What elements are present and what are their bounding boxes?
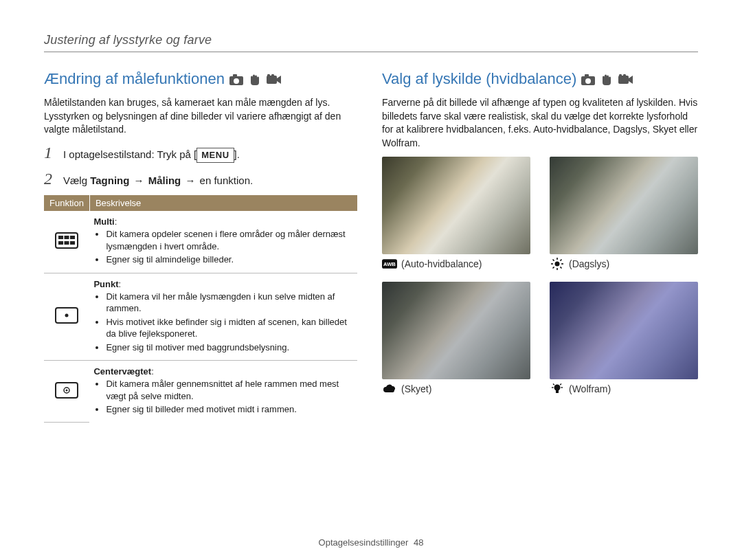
left-intro: Måletilstanden kan bruges, så kameraet k… bbox=[44, 96, 357, 137]
step-2: 2 Vælg Tagning → Måling → en funktion. bbox=[44, 170, 357, 188]
left-title: Ændring af målefunktionen bbox=[44, 70, 225, 88]
step-number: 1 bbox=[44, 144, 56, 162]
step2-tail: en funktion. bbox=[196, 175, 253, 186]
bullet: Dit kamera måler gennemsnittet af hele r… bbox=[106, 378, 353, 402]
content-columns: Ændring af målefunktionen Måletilstanden… bbox=[44, 70, 698, 423]
wb-auto: AWB (Auto-hvidbalance) bbox=[382, 157, 530, 269]
svg-rect-19 bbox=[585, 74, 589, 77]
wb-photo bbox=[382, 157, 530, 254]
bullet: Egner sig til billeder med motivet midt … bbox=[106, 403, 353, 416]
right-heading-row: Valg af lyskilde (hvidbalance) bbox=[382, 70, 698, 92]
bullet: Hvis motivet ikke befinder sig i midten … bbox=[106, 316, 353, 340]
bullet: Dit kamera opdeler scenen i flere område… bbox=[106, 228, 353, 252]
right-title: Valg af lyskilde (hvidbalance) bbox=[382, 70, 576, 88]
whitebalance-grid: AWB (Auto-hvidbalance) (Dagslys) bbox=[382, 157, 698, 394]
wb-cloudy: (Skyet) bbox=[382, 282, 530, 394]
svg-line-32 bbox=[560, 267, 561, 269]
step2-prefix: Vælg bbox=[63, 175, 90, 186]
arrow-icon: → bbox=[134, 175, 144, 186]
hand-icon bbox=[248, 74, 262, 89]
svg-point-35 bbox=[554, 385, 561, 391]
table-row: Centervægtet: Dit kamera måler gennemsni… bbox=[44, 361, 357, 423]
table-row: Multi: Dit kamera opdeler scenen i flere… bbox=[44, 211, 357, 273]
left-column: Ændring af målefunktionen Måletilstanden… bbox=[44, 70, 357, 423]
svg-point-22 bbox=[619, 74, 622, 77]
page-number: 48 bbox=[414, 537, 423, 548]
svg-rect-9 bbox=[70, 236, 75, 239]
wb-label: (Skyet) bbox=[401, 383, 431, 394]
row-title: Multi bbox=[93, 216, 114, 227]
left-heading-row: Ændring af målefunktionen bbox=[44, 70, 357, 92]
svg-text:AWB: AWB bbox=[383, 262, 396, 268]
hand-icon bbox=[600, 74, 614, 89]
svg-point-4 bbox=[267, 74, 270, 77]
bullet: Dit kamera vil her måle lysmængden i kun… bbox=[106, 291, 353, 315]
step-text: Vælg Tagning → Måling → en funktion. bbox=[63, 173, 253, 188]
wb-tungsten: (Wolfram) bbox=[550, 282, 698, 394]
wb-photo bbox=[550, 282, 698, 379]
svg-line-31 bbox=[553, 260, 554, 261]
step1-prefix: I optagelsestilstand: Tryk på [ bbox=[63, 148, 196, 160]
steps-list: 1 I optagelsestilstand: Tryk på [MENU]. … bbox=[44, 144, 357, 188]
video-icon bbox=[618, 74, 634, 89]
step2-bold2: Måling bbox=[148, 175, 181, 186]
arrow-icon: → bbox=[185, 175, 195, 186]
svg-line-34 bbox=[560, 260, 561, 261]
bulb-icon bbox=[550, 383, 565, 394]
spot-metering-icon bbox=[44, 273, 89, 361]
step-text: I optagelsestilstand: Tryk på [MENU]. bbox=[63, 147, 240, 163]
row-title: Punkt bbox=[93, 279, 118, 289]
bullet: Egner sig til almindelige billeder. bbox=[106, 254, 353, 266]
svg-rect-8 bbox=[65, 236, 69, 239]
step2-bold1: Tagning bbox=[90, 175, 129, 186]
page-footer: Optagelsesindstillinger 48 bbox=[0, 537, 742, 548]
multi-metering-icon bbox=[44, 211, 89, 273]
metering-table: Funktion Beskrivelse Multi: Dit kamera o… bbox=[44, 195, 357, 423]
footer-text: Optagelsesindstillinger bbox=[319, 537, 409, 548]
video-icon bbox=[266, 74, 282, 89]
svg-rect-11 bbox=[65, 241, 69, 245]
svg-point-14 bbox=[65, 314, 69, 317]
svg-line-39 bbox=[553, 384, 554, 385]
wb-photo bbox=[382, 282, 530, 379]
sun-icon bbox=[550, 258, 565, 269]
svg-rect-10 bbox=[58, 241, 63, 245]
svg-line-40 bbox=[560, 384, 561, 385]
svg-rect-12 bbox=[70, 241, 75, 245]
svg-rect-1 bbox=[233, 74, 237, 77]
awb-icon: AWB bbox=[382, 258, 397, 269]
right-column: Valg af lyskilde (hvidbalance) Farverne … bbox=[382, 70, 698, 423]
svg-line-33 bbox=[553, 267, 554, 269]
th-description: Beskrivelse bbox=[89, 195, 357, 211]
page-header: Justering af lysstyrke og farve bbox=[44, 33, 698, 52]
camera-icon bbox=[229, 74, 244, 89]
th-function: Funktion bbox=[44, 195, 89, 211]
wb-label: (Wolfram) bbox=[569, 383, 611, 394]
svg-point-23 bbox=[623, 74, 626, 77]
menu-button-label: MENU bbox=[196, 148, 234, 163]
step-1: 1 I optagelsestilstand: Tryk på [MENU]. bbox=[44, 144, 357, 163]
bullet: Egner sig til motiver med baggrundsbelys… bbox=[106, 341, 353, 354]
wb-label: (Auto-hvidbalance) bbox=[401, 258, 482, 269]
step1-suffix: ]. bbox=[234, 148, 240, 160]
wb-daylight: (Dagslys) bbox=[550, 157, 698, 269]
table-row: Punkt: Dit kamera vil her måle lysmængde… bbox=[44, 273, 357, 361]
svg-point-2 bbox=[234, 78, 239, 84]
wb-label: (Dagslys) bbox=[569, 258, 609, 269]
svg-rect-36 bbox=[556, 390, 559, 393]
camera-icon bbox=[581, 74, 596, 89]
row-title: Centervægtet bbox=[93, 366, 151, 377]
svg-point-20 bbox=[585, 78, 591, 84]
svg-point-17 bbox=[66, 390, 68, 392]
svg-rect-7 bbox=[58, 236, 63, 239]
center-metering-icon bbox=[44, 361, 89, 423]
cloud-icon bbox=[382, 383, 397, 394]
svg-rect-6 bbox=[56, 233, 78, 248]
step-number: 2 bbox=[44, 170, 56, 188]
wb-photo bbox=[550, 157, 698, 254]
svg-point-5 bbox=[271, 74, 274, 77]
svg-point-26 bbox=[555, 262, 560, 267]
right-intro: Farverne på dit billede vil afhænge af t… bbox=[382, 96, 698, 150]
